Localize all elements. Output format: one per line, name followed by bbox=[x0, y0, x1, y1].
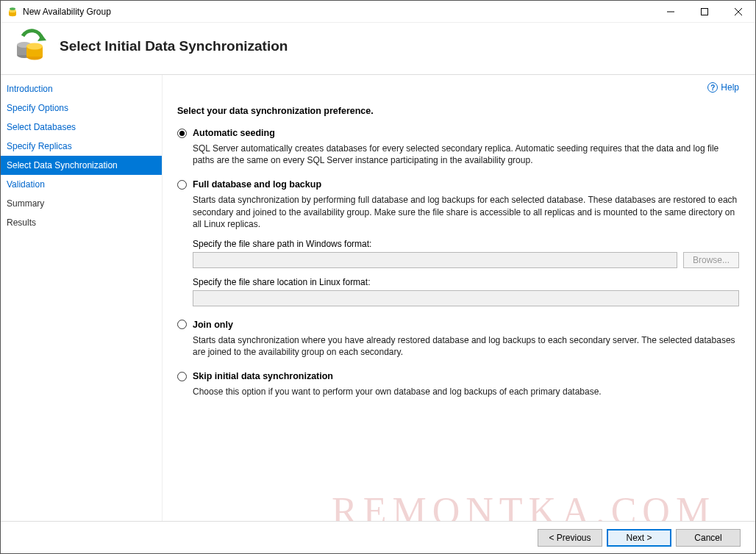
page-title: Select Initial Data Synchronization bbox=[60, 38, 288, 54]
option-full-backup: Full database and log backup Starts data… bbox=[177, 179, 739, 306]
title-bar: New Availability Group bbox=[1, 1, 755, 23]
option-title: Automatic seeding bbox=[193, 128, 275, 138]
option-description: Starts data synchronization where you ha… bbox=[193, 334, 739, 358]
window-title: New Availability Group bbox=[23, 7, 111, 17]
option-title: Full database and log backup bbox=[193, 179, 321, 190]
svg-point-3 bbox=[10, 7, 15, 10]
radio-join-only[interactable] bbox=[177, 320, 187, 329]
wizard-content: ? Help Select your data synchronization … bbox=[163, 75, 755, 521]
windows-path-label: Specify the file share path in Windows f… bbox=[193, 239, 739, 249]
nav-introduction[interactable]: Introduction bbox=[1, 79, 162, 98]
nav-results: Results bbox=[1, 213, 162, 232]
close-button[interactable] bbox=[721, 1, 755, 23]
content-intro: Select your data synchronization prefere… bbox=[177, 106, 739, 116]
linux-path-input bbox=[193, 290, 739, 306]
option-title: Join only bbox=[193, 320, 233, 330]
svg-point-13 bbox=[26, 43, 43, 50]
cancel-button[interactable]: Cancel bbox=[676, 529, 741, 547]
maximize-button[interactable] bbox=[688, 1, 721, 23]
nav-specify-options[interactable]: Specify Options bbox=[1, 98, 162, 118]
radio-automatic-seeding[interactable] bbox=[177, 129, 187, 138]
nav-validation[interactable]: Validation bbox=[1, 175, 162, 194]
nav-summary: Summary bbox=[1, 194, 162, 213]
nav-specify-replicas[interactable]: Specify Replicas bbox=[1, 137, 162, 156]
option-skip-sync: Skip initial data synchronization Choose… bbox=[177, 371, 739, 397]
app-icon bbox=[7, 6, 18, 18]
radio-skip-sync[interactable] bbox=[177, 372, 187, 381]
option-description: SQL Server automatically creates databas… bbox=[193, 143, 739, 166]
wizard-header: Select Initial Data Synchronization bbox=[1, 23, 755, 75]
next-button[interactable]: Next > bbox=[607, 529, 671, 547]
linux-path-label: Specify the file share location in Linux… bbox=[193, 277, 739, 287]
database-sync-icon bbox=[13, 29, 48, 64]
browse-button: Browse... bbox=[683, 252, 739, 268]
previous-button[interactable]: < Previous bbox=[538, 529, 602, 547]
watermark: REMONTKA.COM bbox=[332, 489, 716, 521]
svg-rect-5 bbox=[702, 8, 708, 15]
option-title: Skip initial data synchronization bbox=[193, 371, 333, 381]
option-description: Choose this option if you want to perfor… bbox=[193, 386, 739, 397]
option-join-only: Join only Starts data synchronization wh… bbox=[177, 320, 739, 358]
help-label: Help bbox=[721, 82, 739, 93]
nav-select-databases[interactable]: Select Databases bbox=[1, 118, 162, 137]
option-automatic-seeding: Automatic seeding SQL Server automatical… bbox=[177, 128, 739, 166]
wizard-sidebar: Introduction Specify Options Select Data… bbox=[1, 75, 163, 521]
help-link[interactable]: ? Help bbox=[707, 82, 739, 93]
radio-full-backup[interactable] bbox=[177, 180, 187, 190]
help-icon: ? bbox=[707, 82, 718, 93]
option-description: Starts data synchronization by performin… bbox=[193, 194, 739, 230]
wizard-footer: < Previous Next > Cancel bbox=[1, 521, 755, 553]
minimize-button[interactable] bbox=[654, 1, 688, 23]
windows-path-input bbox=[193, 252, 677, 268]
nav-select-data-sync[interactable]: Select Data Synchronization bbox=[1, 156, 162, 175]
